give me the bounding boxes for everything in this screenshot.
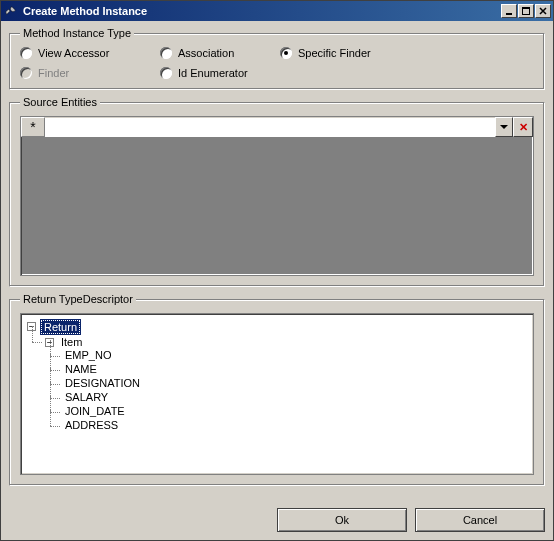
close-button[interactable] xyxy=(535,4,551,18)
window-title: Create Method Instance xyxy=(23,5,501,17)
dialog-window: Create Method Instance Method Instance T… xyxy=(0,0,554,541)
app-icon xyxy=(3,3,19,19)
radio-id-enumerator[interactable]: Id Enumerator xyxy=(160,67,280,79)
delete-row-button[interactable]: ✕ xyxy=(513,117,533,137)
tree-label-item[interactable]: Item xyxy=(59,336,84,348)
maximize-button[interactable] xyxy=(518,4,534,18)
tree-label-return[interactable]: Return xyxy=(41,320,80,334)
tree-node-return[interactable]: − Return xyxy=(27,320,80,334)
radio-association[interactable]: Association xyxy=(160,47,280,59)
method-instance-type-legend: Method Instance Type xyxy=(20,27,134,39)
tree-leaf[interactable]: NAME xyxy=(63,363,99,375)
tree-leaf[interactable]: ADDRESS xyxy=(63,419,120,431)
dialog-content: Method Instance Type View Accessor Assoc… xyxy=(1,21,553,500)
delete-icon: ✕ xyxy=(519,121,528,134)
radio-label: Finder xyxy=(38,67,69,79)
chevron-down-icon xyxy=(500,125,508,129)
radio-finder: Finder xyxy=(20,67,160,79)
window-controls xyxy=(501,4,551,18)
entity-cell[interactable] xyxy=(45,117,495,137)
cancel-button[interactable]: Cancel xyxy=(415,508,545,532)
tree-leaf[interactable]: SALARY xyxy=(63,391,110,403)
radio-icon xyxy=(20,47,32,59)
radio-label: Specific Finder xyxy=(298,47,371,59)
dialog-buttons: Ok Cancel xyxy=(1,500,553,540)
tree-leaf[interactable]: DESIGNATION xyxy=(63,377,142,389)
ok-button[interactable]: Ok xyxy=(277,508,407,532)
source-entities-legend: Source Entities xyxy=(20,96,100,108)
radio-label: Association xyxy=(178,47,234,59)
new-row-marker: * xyxy=(21,117,45,137)
svg-rect-2 xyxy=(522,7,530,9)
source-entities-group: Source Entities * ✕ xyxy=(9,96,545,287)
tree-leaf[interactable]: EMP_NO xyxy=(63,349,113,361)
table-row[interactable]: * ✕ xyxy=(21,117,533,137)
tree-leaf[interactable]: JOIN_DATE xyxy=(63,405,127,417)
radio-icon xyxy=(160,47,172,59)
minimize-button[interactable] xyxy=(501,4,517,18)
radio-icon xyxy=(280,47,292,59)
radio-view-accessor[interactable]: View Accessor xyxy=(20,47,160,59)
radio-icon xyxy=(20,67,32,79)
return-type-tree[interactable]: − Return − Item EMP_NO xyxy=(20,313,534,475)
radio-label: Id Enumerator xyxy=(178,67,248,79)
source-entities-grid[interactable]: * ✕ xyxy=(20,116,534,276)
radio-label: View Accessor xyxy=(38,47,109,59)
radio-icon xyxy=(160,67,172,79)
method-instance-type-group: Method Instance Type View Accessor Assoc… xyxy=(9,27,545,90)
dropdown-button[interactable] xyxy=(495,117,513,137)
return-type-legend: Return TypeDescriptor xyxy=(20,293,136,305)
svg-rect-0 xyxy=(506,13,512,15)
radio-specific-finder[interactable]: Specific Finder xyxy=(280,47,430,59)
return-type-group: Return TypeDescriptor − Return − Item xyxy=(9,293,545,486)
title-bar[interactable]: Create Method Instance xyxy=(1,1,553,21)
